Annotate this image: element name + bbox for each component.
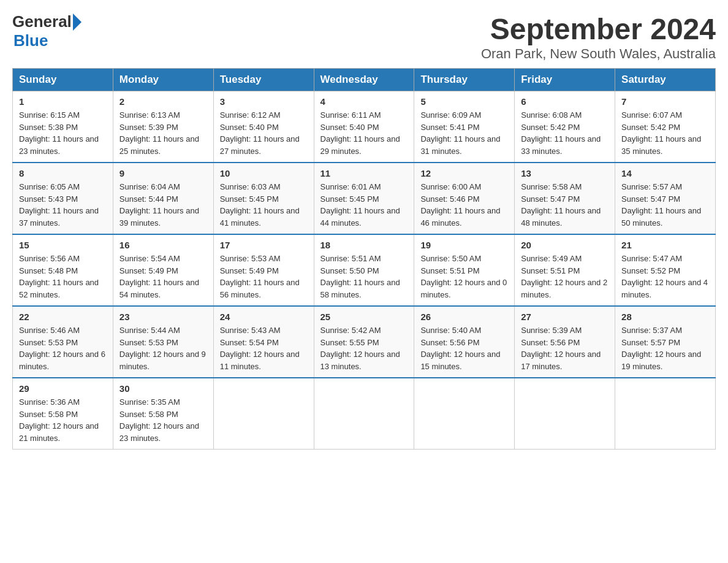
calendar-cell <box>515 378 615 450</box>
calendar-cell: 4 Sunrise: 6:11 AMSunset: 5:40 PMDayligh… <box>314 91 414 163</box>
day-info: Sunrise: 6:08 AMSunset: 5:42 PMDaylight:… <box>521 109 609 157</box>
day-number: 20 <box>521 240 609 250</box>
calendar-cell: 19 Sunrise: 5:50 AMSunset: 5:51 PMDaylig… <box>414 234 515 306</box>
calendar-week-5: 29 Sunrise: 5:36 AMSunset: 5:58 PMDaylig… <box>13 378 716 450</box>
day-number: 26 <box>420 312 508 322</box>
day-number: 11 <box>320 168 408 178</box>
day-info: Sunrise: 5:56 AMSunset: 5:48 PMDaylight:… <box>19 253 107 301</box>
day-info: Sunrise: 6:00 AMSunset: 5:46 PMDaylight:… <box>420 181 508 229</box>
logo-general-text: General <box>12 12 72 31</box>
calendar-cell: 7 Sunrise: 6:07 AMSunset: 5:42 PMDayligh… <box>615 91 716 163</box>
calendar-cell: 30 Sunrise: 5:35 AMSunset: 5:58 PMDaylig… <box>113 378 213 450</box>
calendar-cell: 8 Sunrise: 6:05 AMSunset: 5:43 PMDayligh… <box>13 163 113 234</box>
logo: General Blue <box>12 12 82 50</box>
day-number: 17 <box>220 240 308 250</box>
day-number: 12 <box>420 168 508 178</box>
day-info: Sunrise: 5:46 AMSunset: 5:53 PMDaylight:… <box>19 324 107 372</box>
calendar-cell: 6 Sunrise: 6:08 AMSunset: 5:42 PMDayligh… <box>515 91 615 163</box>
calendar-cell <box>615 378 716 450</box>
calendar-cell: 26 Sunrise: 5:40 AMSunset: 5:56 PMDaylig… <box>414 306 515 378</box>
location-title: Oran Park, New South Wales, Australia <box>481 46 716 62</box>
logo-triangle-icon <box>73 13 82 31</box>
day-info: Sunrise: 5:37 AMSunset: 5:57 PMDaylight:… <box>621 324 709 372</box>
day-info: Sunrise: 6:09 AMSunset: 5:41 PMDaylight:… <box>420 109 508 157</box>
day-number: 15 <box>19 240 107 250</box>
day-number: 30 <box>119 383 207 394</box>
day-info: Sunrise: 5:51 AMSunset: 5:50 PMDaylight:… <box>320 253 408 301</box>
day-info: Sunrise: 6:04 AMSunset: 5:44 PMDaylight:… <box>119 181 207 229</box>
calendar-cell: 17 Sunrise: 5:53 AMSunset: 5:49 PMDaylig… <box>213 234 314 306</box>
day-number: 27 <box>521 312 609 322</box>
day-info: Sunrise: 6:05 AMSunset: 5:43 PMDaylight:… <box>19 181 107 229</box>
day-number: 7 <box>621 96 709 107</box>
day-number: 28 <box>621 312 709 322</box>
calendar-cell <box>213 378 314 450</box>
day-info: Sunrise: 6:01 AMSunset: 5:45 PMDaylight:… <box>320 181 408 229</box>
day-number: 2 <box>119 96 207 107</box>
day-number: 6 <box>521 96 609 107</box>
day-info: Sunrise: 5:42 AMSunset: 5:55 PMDaylight:… <box>320 324 408 372</box>
day-number: 3 <box>220 96 308 107</box>
calendar-cell: 5 Sunrise: 6:09 AMSunset: 5:41 PMDayligh… <box>414 91 515 163</box>
day-number: 23 <box>119 312 207 322</box>
calendar-cell: 14 Sunrise: 5:57 AMSunset: 5:47 PMDaylig… <box>615 163 716 234</box>
calendar-cell: 25 Sunrise: 5:42 AMSunset: 5:55 PMDaylig… <box>314 306 414 378</box>
day-number: 24 <box>220 312 308 322</box>
day-info: Sunrise: 5:43 AMSunset: 5:54 PMDaylight:… <box>220 324 308 372</box>
logo-blue-text: Blue <box>13 31 82 50</box>
day-info: Sunrise: 5:54 AMSunset: 5:49 PMDaylight:… <box>119 253 207 301</box>
calendar-cell: 15 Sunrise: 5:56 AMSunset: 5:48 PMDaylig… <box>13 234 113 306</box>
month-title: September 2024 <box>481 12 716 46</box>
day-info: Sunrise: 5:36 AMSunset: 5:58 PMDaylight:… <box>19 396 107 444</box>
col-header-sunday: Sunday <box>13 69 113 91</box>
calendar-header-row: Sunday Monday Tuesday Wednesday Thursday… <box>13 69 716 91</box>
calendar-cell: 9 Sunrise: 6:04 AMSunset: 5:44 PMDayligh… <box>113 163 213 234</box>
day-info: Sunrise: 5:57 AMSunset: 5:47 PMDaylight:… <box>621 181 709 229</box>
day-number: 19 <box>420 240 508 250</box>
day-number: 1 <box>19 96 107 107</box>
calendar-cell: 21 Sunrise: 5:47 AMSunset: 5:52 PMDaylig… <box>615 234 716 306</box>
col-header-friday: Friday <box>515 69 615 91</box>
calendar-week-1: 1 Sunrise: 6:15 AMSunset: 5:38 PMDayligh… <box>13 91 716 163</box>
col-header-monday: Monday <box>113 69 213 91</box>
calendar-cell: 29 Sunrise: 5:36 AMSunset: 5:58 PMDaylig… <box>13 378 113 450</box>
day-info: Sunrise: 6:11 AMSunset: 5:40 PMDaylight:… <box>320 109 408 157</box>
calendar-cell: 27 Sunrise: 5:39 AMSunset: 5:56 PMDaylig… <box>515 306 615 378</box>
day-info: Sunrise: 6:15 AMSunset: 5:38 PMDaylight:… <box>19 109 107 157</box>
day-info: Sunrise: 5:44 AMSunset: 5:53 PMDaylight:… <box>119 324 207 372</box>
day-info: Sunrise: 5:49 AMSunset: 5:51 PMDaylight:… <box>521 253 609 301</box>
calendar-cell: 13 Sunrise: 5:58 AMSunset: 5:47 PMDaylig… <box>515 163 615 234</box>
calendar-cell: 18 Sunrise: 5:51 AMSunset: 5:50 PMDaylig… <box>314 234 414 306</box>
day-info: Sunrise: 6:07 AMSunset: 5:42 PMDaylight:… <box>621 109 709 157</box>
calendar-cell: 1 Sunrise: 6:15 AMSunset: 5:38 PMDayligh… <box>13 91 113 163</box>
calendar-cell: 23 Sunrise: 5:44 AMSunset: 5:53 PMDaylig… <box>113 306 213 378</box>
day-number: 14 <box>621 168 709 178</box>
day-info: Sunrise: 5:40 AMSunset: 5:56 PMDaylight:… <box>420 324 508 372</box>
day-number: 25 <box>320 312 408 322</box>
day-number: 21 <box>621 240 709 250</box>
calendar-cell: 11 Sunrise: 6:01 AMSunset: 5:45 PMDaylig… <box>314 163 414 234</box>
calendar-week-2: 8 Sunrise: 6:05 AMSunset: 5:43 PMDayligh… <box>13 163 716 234</box>
calendar-cell: 28 Sunrise: 5:37 AMSunset: 5:57 PMDaylig… <box>615 306 716 378</box>
calendar-cell <box>314 378 414 450</box>
page-header: General Blue September 2024 Oran Park, N… <box>12 12 716 62</box>
day-number: 29 <box>19 383 107 394</box>
day-number: 4 <box>320 96 408 107</box>
calendar-week-4: 22 Sunrise: 5:46 AMSunset: 5:53 PMDaylig… <box>13 306 716 378</box>
day-number: 9 <box>119 168 207 178</box>
col-header-tuesday: Tuesday <box>213 69 314 91</box>
day-info: Sunrise: 6:03 AMSunset: 5:45 PMDaylight:… <box>220 181 308 229</box>
day-number: 13 <box>521 168 609 178</box>
day-info: Sunrise: 5:58 AMSunset: 5:47 PMDaylight:… <box>521 181 609 229</box>
day-info: Sunrise: 6:13 AMSunset: 5:39 PMDaylight:… <box>119 109 207 157</box>
col-header-wednesday: Wednesday <box>314 69 414 91</box>
calendar-cell: 2 Sunrise: 6:13 AMSunset: 5:39 PMDayligh… <box>113 91 213 163</box>
calendar-cell <box>414 378 515 450</box>
day-number: 8 <box>19 168 107 178</box>
calendar-cell: 3 Sunrise: 6:12 AMSunset: 5:40 PMDayligh… <box>213 91 314 163</box>
calendar-cell: 24 Sunrise: 5:43 AMSunset: 5:54 PMDaylig… <box>213 306 314 378</box>
calendar-table: Sunday Monday Tuesday Wednesday Thursday… <box>12 68 716 450</box>
day-info: Sunrise: 5:39 AMSunset: 5:56 PMDaylight:… <box>521 324 609 372</box>
day-info: Sunrise: 6:12 AMSunset: 5:40 PMDaylight:… <box>220 109 308 157</box>
day-number: 18 <box>320 240 408 250</box>
